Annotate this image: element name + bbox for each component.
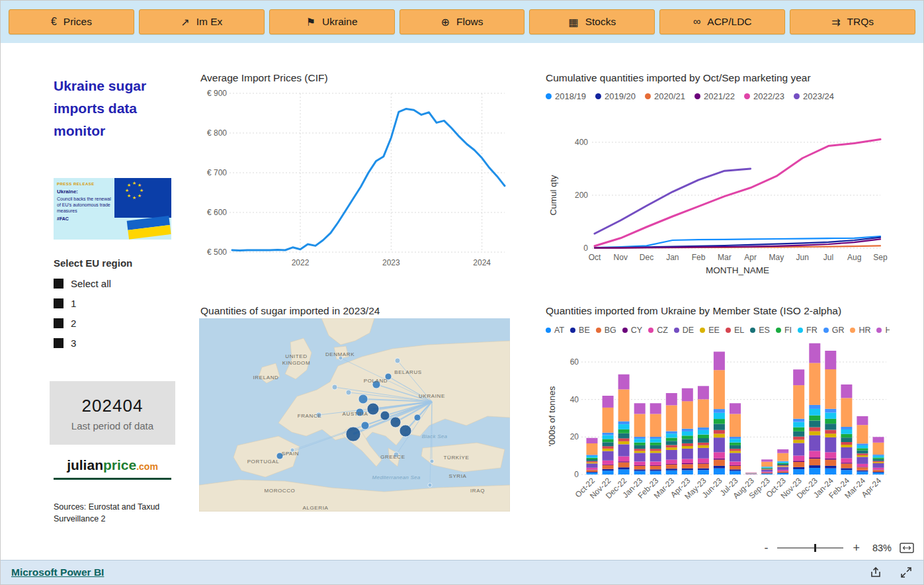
bar-segment-ee[interactable]: [809, 431, 820, 435]
bar-segment-fi[interactable]: [634, 443, 646, 445]
bar-segment-at[interactable]: [777, 473, 788, 474]
bar-segment-de[interactable]: [698, 448, 709, 459]
bar-segment-es[interactable]: [603, 442, 614, 446]
bar-segment-hr[interactable]: [730, 414, 741, 437]
legend-item-fi[interactable]: FI: [776, 326, 792, 335]
zoom-slider[interactable]: [777, 547, 843, 549]
bar-segment-gr[interactable]: [873, 455, 884, 456]
legend-item-hu[interactable]: HU: [876, 326, 890, 335]
bar-segment-at[interactable]: [809, 468, 820, 474]
bar-segment-cz[interactable]: [714, 452, 725, 458]
bar-segment-ee[interactable]: [714, 434, 725, 438]
zoom-in-button[interactable]: +: [851, 542, 861, 554]
bar-segment-el[interactable]: [682, 443, 693, 446]
bar-segment-hr[interactable]: [873, 443, 884, 455]
bar-segment-fr[interactable]: [587, 456, 598, 458]
bar-chart[interactable]: 0204060'000s of tonnesOct-22Nov-22Dec-22…: [546, 337, 890, 530]
bar-segment-de[interactable]: [841, 447, 852, 458]
bar-segment-fi[interactable]: [857, 448, 868, 450]
bar-segment-at[interactable]: [825, 469, 836, 474]
bar-segment-at[interactable]: [634, 471, 646, 474]
legend-item-el[interactable]: EL: [726, 326, 744, 335]
bar-segment-cy[interactable]: [698, 463, 709, 463]
legend-item-2023-24[interactable]: 2023/24: [794, 91, 834, 101]
bar-segment-hu[interactable]: [809, 343, 820, 363]
bar-segment-cz[interactable]: [698, 459, 709, 463]
bar-segment-bg[interactable]: [793, 462, 804, 467]
bar-segment-fi[interactable]: [825, 419, 836, 424]
bar-segment-gr[interactable]: [761, 467, 773, 467]
bar-segment-fr[interactable]: [857, 445, 868, 449]
bar-segment-fi[interactable]: [618, 429, 630, 433]
bar-segment-cz[interactable]: [650, 462, 661, 465]
bar-segment-gr[interactable]: [793, 419, 804, 422]
bar-segment-be[interactable]: [857, 471, 868, 472]
bar-segment-es[interactable]: [777, 464, 788, 465]
bar-segment-fi[interactable]: [587, 458, 598, 459]
bar-segment-bg[interactable]: [587, 470, 598, 472]
bar-segment-be[interactable]: [825, 466, 836, 469]
bar-segment-cz[interactable]: [777, 470, 788, 471]
bar-segment-cy[interactable]: [873, 470, 884, 471]
bar-segment-bg[interactable]: [777, 471, 788, 472]
map-bubble[interactable]: [367, 403, 379, 415]
bar-segment-es[interactable]: [841, 437, 852, 442]
bar-segment-be[interactable]: [730, 469, 741, 471]
bar-segment-hu[interactable]: [761, 459, 773, 461]
bar-segment-hu[interactable]: [745, 472, 757, 473]
bar-segment-bg[interactable]: [618, 463, 630, 468]
bar-segment-hu[interactable]: [603, 396, 614, 408]
bar-segment-gr[interactable]: [666, 431, 677, 434]
bar-segment-de[interactable]: [714, 437, 725, 452]
bar-segment-ee[interactable]: [603, 449, 614, 451]
legend-item-gr[interactable]: GR: [823, 326, 845, 335]
bar-segment-cz[interactable]: [761, 472, 773, 472]
map-bubble[interactable]: [332, 384, 337, 390]
bar-segment-bg[interactable]: [761, 472, 773, 473]
bar-segment-at[interactable]: [793, 469, 804, 474]
flow-map[interactable]: DENMARKUNITEDKINGDOMIRELANDBELARUSPOLAND…: [199, 318, 510, 512]
bar-segment-de[interactable]: [857, 457, 868, 464]
bar-segment-at[interactable]: [650, 471, 661, 474]
bar-segment-ee[interactable]: [873, 462, 884, 463]
bar-segment-gr[interactable]: [809, 405, 820, 409]
bar-segment-fr[interactable]: [841, 429, 852, 434]
bar-segment-hu[interactable]: [873, 437, 884, 443]
bar-segment-fr[interactable]: [809, 409, 820, 416]
bar-segment-cy[interactable]: [825, 459, 836, 460]
microsoft-powerbi-link[interactable]: Microsoft Power BI: [11, 566, 104, 578]
bar-segment-cz[interactable]: [730, 462, 741, 465]
legend-item-2018-19[interactable]: 2018/19: [546, 91, 586, 101]
bar-segment-bg[interactable]: [650, 466, 661, 469]
bar-segment-fr[interactable]: [730, 439, 741, 442]
bar-segment-cz[interactable]: [634, 462, 646, 465]
bar-segment-hr[interactable]: [761, 462, 773, 467]
bar-segment-bg[interactable]: [603, 465, 614, 469]
bar-segment-cy[interactable]: [730, 465, 741, 466]
nav-item-trqs[interactable]: ⇉TRQs: [790, 9, 915, 34]
bar-segment-gr[interactable]: [587, 455, 598, 456]
bar-segment-hu[interactable]: [587, 438, 598, 443]
bar-segment-fi[interactable]: [841, 434, 852, 437]
bar-segment-gr[interactable]: [730, 437, 741, 439]
checkbox-1[interactable]: 1: [54, 293, 111, 313]
bar-segment-cy[interactable]: [634, 465, 646, 466]
bar-segment-gr[interactable]: [777, 461, 788, 462]
bar-segment-cz[interactable]: [873, 468, 884, 470]
bar-segment-hu[interactable]: [634, 403, 646, 414]
bar-segment-de[interactable]: [825, 437, 836, 452]
bar-segment-de[interactable]: [603, 451, 614, 461]
bar-segment-bg[interactable]: [825, 460, 836, 466]
legend-item-2022-23[interactable]: 2022/23: [744, 91, 784, 101]
legend-item-2019-20[interactable]: 2019/20: [595, 91, 636, 101]
bar-segment-es[interactable]: [698, 438, 709, 443]
bar-segment-es[interactable]: [730, 445, 741, 449]
bar-segment-hr[interactable]: [634, 414, 646, 437]
bar-segment-el[interactable]: [761, 469, 773, 470]
bar-segment-hu[interactable]: [825, 351, 836, 369]
bar-segment-gr[interactable]: [618, 422, 630, 425]
bar-segment-es[interactable]: [650, 445, 661, 449]
series-line-2023-24[interactable]: [595, 169, 751, 234]
checkbox-3[interactable]: 3: [54, 333, 111, 353]
bar-segment-es[interactable]: [873, 459, 884, 461]
